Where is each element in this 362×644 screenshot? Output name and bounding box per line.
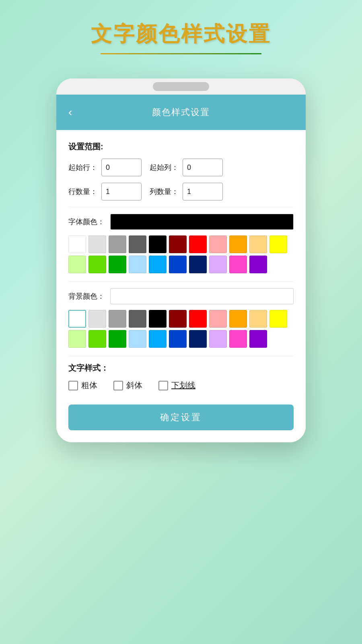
- font-color-swatch[interactable]: [229, 235, 247, 253]
- form-area: 设置范围: 起始行： 起始列： 行数量： 列数量：: [56, 130, 306, 442]
- title-underline: [101, 53, 261, 54]
- bg-color-grid: [68, 310, 294, 348]
- divider-1: [68, 207, 294, 207]
- bg-color-swatch[interactable]: [169, 330, 187, 348]
- underline-checkbox[interactable]: [158, 381, 168, 390]
- start-row-input[interactable]: [101, 159, 142, 176]
- italic-checkbox[interactable]: [113, 381, 123, 390]
- bg-color-swatch[interactable]: [68, 330, 86, 348]
- font-color-swatch[interactable]: [68, 235, 86, 253]
- phone-notch: [153, 82, 209, 91]
- start-row-label: 起始行：: [68, 163, 97, 172]
- start-col-input[interactable]: [183, 159, 223, 176]
- font-color-swatch[interactable]: [209, 235, 227, 253]
- range-section-label: 设置范围:: [68, 141, 294, 152]
- app-content: ‹ 颜色样式设置 设置范围: 起始行： 起始列： 行数量：: [56, 95, 306, 442]
- font-color-swatch[interactable]: [269, 235, 287, 253]
- bg-color-swatch[interactable]: [229, 330, 247, 348]
- font-color-swatch[interactable]: [129, 256, 146, 273]
- phone-frame: ‹ 颜色样式设置 设置范围: 起始行： 起始列： 行数量：: [56, 78, 306, 442]
- bg-color-swatch[interactable]: [209, 330, 227, 348]
- bg-color-swatch[interactable]: [149, 330, 167, 348]
- font-color-label: 字体颜色：: [68, 217, 105, 227]
- bg-color-swatch[interactable]: [269, 310, 287, 328]
- bg-color-preview-row: 背景颜色：: [68, 288, 294, 304]
- font-color-swatch[interactable]: [189, 235, 207, 253]
- confirm-button[interactable]: 确定设置: [68, 405, 294, 430]
- start-fields-row: 起始行： 起始列：: [68, 159, 294, 176]
- bg-color-swatch[interactable]: [109, 330, 126, 348]
- col-count-input[interactable]: [183, 183, 223, 200]
- font-color-swatch[interactable]: [169, 235, 187, 253]
- bg-color-swatch[interactable]: [129, 330, 146, 348]
- font-color-grid: [68, 235, 294, 273]
- bg-color-swatch[interactable]: [88, 330, 106, 348]
- italic-label: 斜体: [126, 380, 142, 391]
- font-color-swatch[interactable]: [88, 235, 106, 253]
- bg-color-swatch[interactable]: [129, 310, 146, 328]
- start-row-group: 起始行：: [68, 159, 142, 176]
- font-color-swatch[interactable]: [209, 256, 227, 273]
- bg-color-preview[interactable]: [110, 288, 294, 304]
- bg-color-swatch[interactable]: [249, 310, 267, 328]
- italic-checkbox-item[interactable]: 斜体: [113, 380, 142, 391]
- bg-color-swatch[interactable]: [149, 310, 167, 328]
- bold-checkbox[interactable]: [68, 381, 78, 390]
- back-button[interactable]: ‹: [64, 104, 76, 120]
- underline-label: 下划线: [171, 380, 195, 391]
- bg-color-swatch[interactable]: [189, 310, 207, 328]
- page-title-area: 文字颜色样式设置: [0, 0, 362, 62]
- font-color-swatch[interactable]: [229, 256, 247, 273]
- divider-3: [68, 356, 294, 356]
- font-color-swatch[interactable]: [109, 256, 126, 273]
- underline-checkbox-item[interactable]: 下划线: [158, 380, 195, 391]
- header-title: 颜色样式设置: [152, 106, 210, 118]
- bg-color-swatch[interactable]: [88, 310, 106, 328]
- bold-label: 粗体: [81, 380, 97, 391]
- bg-color-swatch[interactable]: [169, 310, 187, 328]
- font-color-swatch[interactable]: [189, 256, 207, 273]
- app-header: ‹ 颜色样式设置: [56, 95, 306, 130]
- font-color-swatch[interactable]: [68, 256, 86, 273]
- bg-color-swatch[interactable]: [189, 330, 207, 348]
- style-checkboxes-row: 粗体 斜体 下划线: [68, 380, 294, 391]
- phone-notch-area: [56, 78, 306, 95]
- bg-color-swatch[interactable]: [109, 310, 126, 328]
- count-fields-row: 行数量： 列数量：: [68, 183, 294, 200]
- col-count-label: 列数量：: [150, 187, 179, 196]
- bg-color-label: 背景颜色：: [68, 291, 105, 301]
- font-color-swatch[interactable]: [88, 256, 106, 273]
- bold-checkbox-item[interactable]: 粗体: [68, 380, 97, 391]
- font-color-swatch[interactable]: [149, 256, 167, 273]
- font-color-preview[interactable]: [110, 214, 294, 230]
- font-color-swatch[interactable]: [149, 235, 167, 253]
- divider-2: [68, 281, 294, 282]
- font-color-swatch[interactable]: [129, 235, 146, 253]
- start-col-group: 起始列：: [150, 159, 223, 176]
- row-count-input[interactable]: [101, 183, 142, 200]
- row-count-group: 行数量：: [68, 183, 142, 200]
- bg-color-swatch[interactable]: [68, 310, 86, 328]
- style-section-label: 文字样式：: [68, 363, 294, 374]
- font-color-swatch[interactable]: [169, 256, 187, 273]
- font-color-preview-row: 字体颜色：: [68, 214, 294, 230]
- font-color-swatch[interactable]: [249, 235, 267, 253]
- bg-color-swatch[interactable]: [249, 330, 267, 348]
- start-col-label: 起始列：: [150, 163, 179, 172]
- bg-color-swatch[interactable]: [209, 310, 227, 328]
- col-count-group: 列数量：: [150, 183, 223, 200]
- font-color-swatch[interactable]: [109, 235, 126, 253]
- page-title: 文字颜色样式设置: [0, 20, 362, 48]
- row-count-label: 行数量：: [68, 187, 97, 196]
- font-color-swatch[interactable]: [249, 256, 267, 273]
- bg-color-swatch[interactable]: [229, 310, 247, 328]
